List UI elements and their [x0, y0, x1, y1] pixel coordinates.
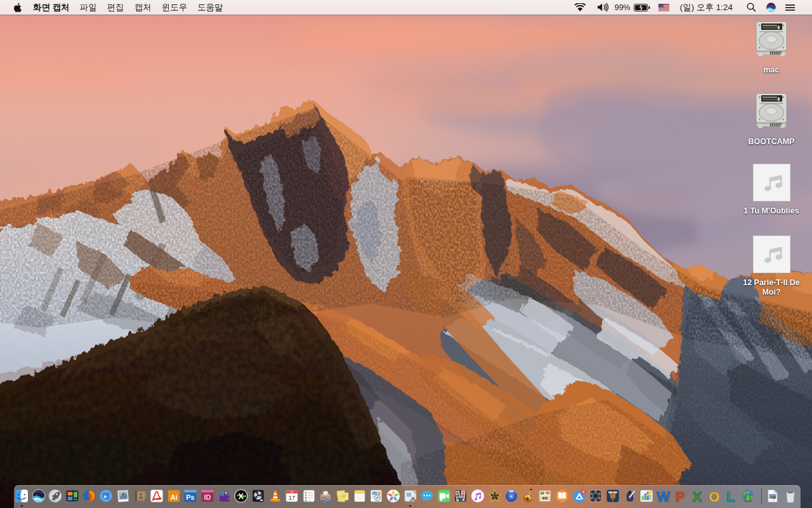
svg-text:X: X: [239, 492, 244, 501]
svg-text:Ps: Ps: [187, 493, 195, 501]
svg-text:2월: 2월: [290, 491, 293, 493]
svg-text:L: L: [726, 489, 735, 503]
svg-text:W: W: [657, 489, 670, 503]
svg-text:X: X: [693, 489, 702, 503]
svg-text:Ai: Ai: [170, 493, 177, 501]
svg-text:ID: ID: [204, 493, 211, 501]
svg-text:P: P: [676, 489, 685, 503]
svg-text:4: 4: [582, 490, 584, 494]
svg-text:O: O: [709, 489, 719, 503]
svg-text:17: 17: [289, 494, 296, 501]
